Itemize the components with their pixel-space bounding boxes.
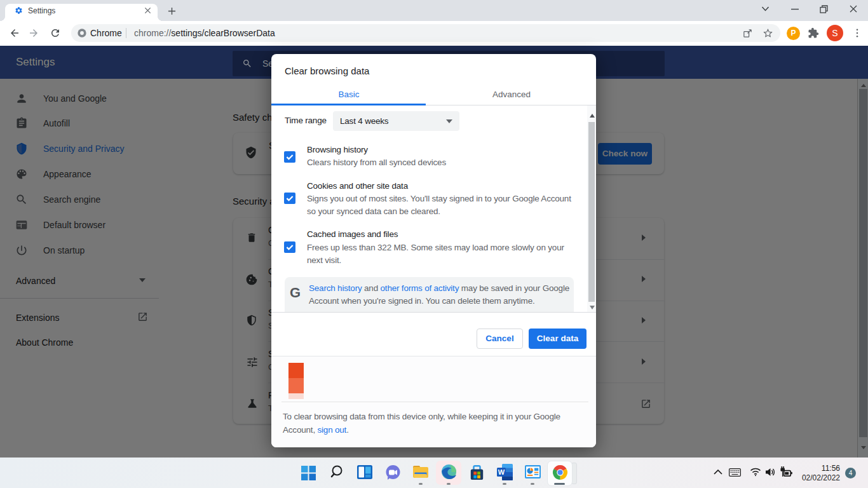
svg-text:W: W: [498, 468, 505, 476]
